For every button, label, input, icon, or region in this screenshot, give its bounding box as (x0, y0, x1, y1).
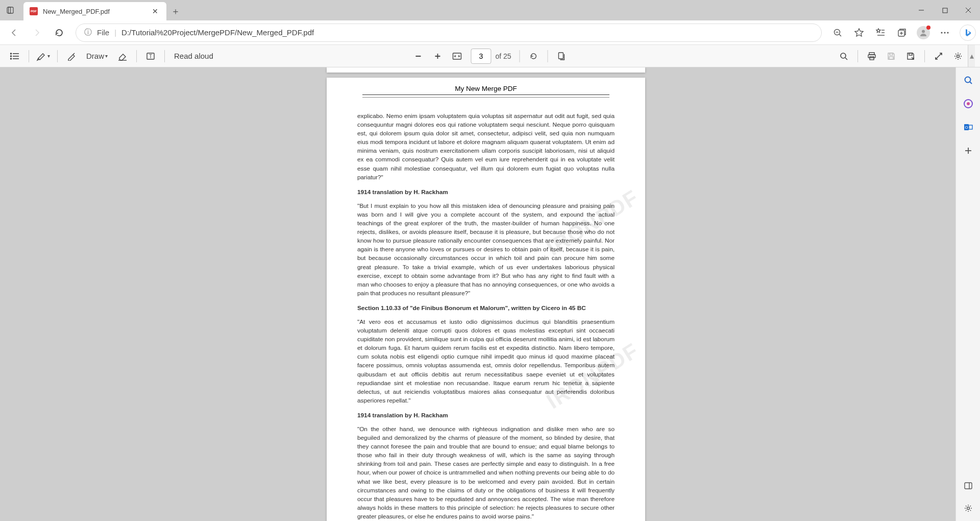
copilot-icon[interactable] (962, 97, 975, 110)
outlook-icon[interactable]: O (962, 121, 975, 134)
paragraph: explicabo. Nemo enim ipsam voluptatem qu… (357, 112, 615, 182)
pdf-viewport: My New Merge PDF IRONPDF IRONPDF explica… (0, 67, 980, 521)
heading: 1914 translation by H. Rackham (357, 188, 615, 197)
svg-point-22 (11, 53, 12, 54)
site-info-icon[interactable]: ⓘ (84, 28, 92, 37)
pdf-toolbar: ▾ Draw▾ T Read aloud of 25 ▴ (0, 45, 980, 67)
chevron-down-icon: ▾ (105, 53, 108, 59)
refresh-button[interactable] (49, 22, 69, 43)
favorites-list-icon[interactable] (871, 23, 890, 42)
bing-button[interactable] (960, 25, 976, 41)
svg-point-18 (947, 32, 948, 33)
paragraph: "But I must explain to you how all this … (357, 202, 615, 298)
svg-rect-39 (889, 57, 893, 59)
page-header-title: My New Merge PDF (357, 84, 615, 94)
zoom-out-button[interactable] (408, 46, 428, 66)
svg-rect-37 (870, 57, 874, 60)
print-button[interactable] (862, 46, 881, 66)
toolbar-scroll-up[interactable]: ▴ (968, 45, 975, 67)
svg-point-45 (967, 102, 970, 105)
url-path: D:/Tutorial%20Project/MergePDF/New_Merge… (121, 28, 314, 37)
svg-point-41 (957, 55, 960, 57)
pdf-page: My New Merge PDF IRONPDF IRONPDF explica… (327, 78, 645, 521)
address-bar: ⓘ File | D:/Tutorial%20Project/MergePDF/… (0, 20, 980, 45)
draw-button[interactable] (62, 46, 81, 66)
svg-rect-51 (965, 483, 972, 489)
svg-rect-36 (868, 55, 875, 58)
heading: 1914 translation by H. Rackham (357, 411, 615, 420)
collections-icon[interactable] (892, 23, 912, 42)
zoom-out-icon[interactable] (828, 23, 847, 42)
svg-point-42 (965, 77, 970, 83)
svg-rect-32 (559, 53, 564, 59)
favorite-icon[interactable] (849, 23, 869, 42)
svg-rect-40 (909, 53, 912, 55)
profile-avatar[interactable] (917, 26, 930, 39)
chevron-down-icon: ▾ (47, 53, 50, 59)
fit-page-button[interactable] (447, 46, 467, 66)
save-button[interactable] (881, 46, 901, 66)
paragraph: "At vero eos et accusamus et iusto odio … (357, 318, 615, 405)
url-input[interactable]: ⓘ File | D:/Tutorial%20Project/MergePDF/… (76, 23, 822, 42)
svg-text:O: O (965, 125, 968, 130)
svg-rect-3 (943, 8, 947, 13)
svg-text:T: T (149, 54, 152, 59)
minimize-button[interactable] (910, 0, 933, 20)
svg-rect-38 (890, 53, 893, 55)
page-body: explicabo. Nemo enim ipsam voluptatem qu… (357, 112, 615, 521)
find-button[interactable] (834, 46, 853, 66)
back-button[interactable] (4, 22, 24, 43)
maximize-button[interactable] (933, 0, 957, 20)
contents-toggle-button[interactable] (5, 46, 24, 66)
rotate-button[interactable] (524, 46, 544, 66)
search-icon[interactable] (962, 74, 975, 87)
page-viewer[interactable]: My New Merge PDF IRONPDF IRONPDF explica… (0, 67, 972, 521)
svg-point-24 (11, 58, 12, 59)
draw-label[interactable]: Draw▾ (81, 46, 113, 66)
svg-point-16 (941, 32, 942, 33)
add-sidebar-app-button[interactable] (962, 144, 975, 157)
url-scheme: File (97, 28, 109, 37)
page-number-input[interactable] (471, 49, 491, 64)
svg-point-33 (841, 53, 846, 58)
more-menu-button[interactable] (935, 23, 954, 42)
new-tab-button[interactable]: ＋ (166, 2, 185, 20)
close-window-button[interactable] (957, 0, 980, 20)
pdf-file-icon: PDF (30, 7, 38, 15)
svg-point-23 (11, 56, 12, 57)
sidebar-settings-icon[interactable] (962, 502, 975, 515)
title-bar: PDF New_Merged_PDF.pdf ✕ ＋ (0, 0, 980, 20)
svg-point-15 (922, 30, 925, 33)
edge-sidebar: O (955, 67, 980, 521)
svg-rect-1 (9, 7, 11, 13)
page-total-label: of 25 (495, 52, 511, 60)
pdf-page-prev (327, 67, 645, 73)
tab-title: New_Merged_PDF.pdf (43, 8, 150, 15)
erase-button[interactable] (113, 46, 132, 66)
fullscreen-button[interactable] (929, 46, 948, 66)
window-controls (910, 0, 980, 20)
save-as-button[interactable] (901, 46, 920, 66)
svg-line-7 (839, 34, 841, 36)
svg-point-53 (967, 507, 969, 510)
svg-point-17 (944, 32, 945, 33)
heading: Section 1.10.33 of "de Finibus Bonorum e… (357, 304, 615, 313)
pdf-settings-button[interactable] (948, 46, 968, 66)
read-aloud-button[interactable]: Read aloud (169, 46, 218, 66)
tab-actions-button[interactable] (0, 0, 20, 20)
sidebar-collapse-icon[interactable] (962, 479, 975, 492)
svg-rect-48 (969, 125, 972, 129)
page-view-button[interactable] (552, 46, 572, 66)
highlight-button[interactable]: ▾ (33, 46, 53, 66)
tab-close-button[interactable]: ✕ (150, 7, 160, 15)
browser-tab[interactable]: PDF New_Merged_PDF.pdf ✕ (23, 2, 166, 20)
forward-button (27, 22, 47, 43)
svg-line-43 (970, 82, 972, 84)
zoom-in-button[interactable] (428, 46, 447, 66)
svg-line-34 (845, 58, 847, 60)
paragraph: "On the other hand, we denounce with rig… (357, 425, 615, 521)
add-text-button[interactable]: T (141, 46, 160, 66)
